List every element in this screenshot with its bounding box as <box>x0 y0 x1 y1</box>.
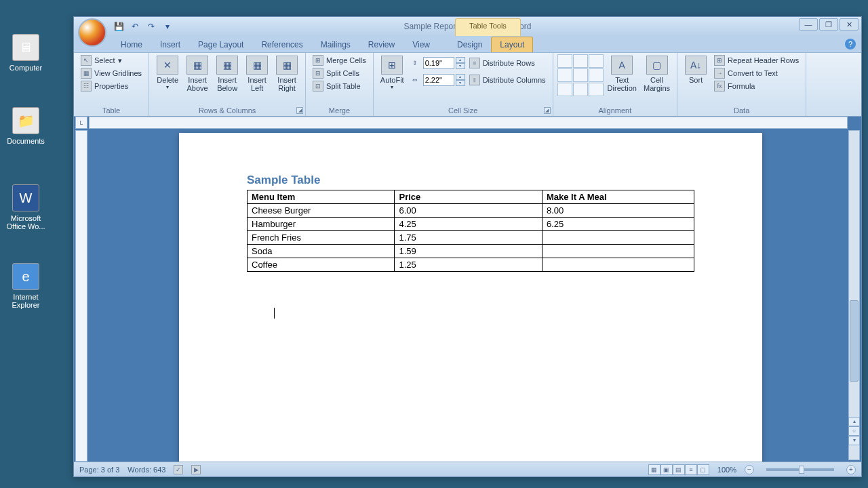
rows-cols-launcher[interactable]: ◢ <box>296 107 303 114</box>
insert-right-button[interactable]: ▦InsertRight <box>273 54 301 94</box>
view-gridlines-button[interactable]: ▦View Gridlines <box>78 67 144 79</box>
tab-review[interactable]: Review <box>359 37 403 52</box>
align-tl[interactable] <box>557 54 572 68</box>
draft-view[interactable]: ▢ <box>697 464 709 475</box>
prev-page-button[interactable]: ▴ <box>848 417 860 426</box>
delete-button[interactable]: ✕Delete▾ <box>153 54 182 92</box>
table-row[interactable]: Soda1.59 <box>248 245 694 258</box>
proofing-icon[interactable]: ✓ <box>174 465 183 474</box>
table-cell[interactable]: Hamburger <box>248 218 395 231</box>
word-count[interactable]: Words: 643 <box>127 466 165 474</box>
cell-size-launcher[interactable]: ◢ <box>544 107 551 114</box>
repeat-header-button[interactable]: ⊞Repeat Header Rows <box>711 54 802 66</box>
tab-mailings[interactable]: Mailings <box>312 37 359 52</box>
redo-button[interactable]: ↷ <box>144 20 158 33</box>
table-cell[interactable]: 8.00 <box>542 204 694 218</box>
table-cell[interactable] <box>542 245 694 258</box>
convert-text-button[interactable]: →Convert to Text <box>711 67 802 79</box>
browse-select-button[interactable]: ○ <box>848 426 860 436</box>
table-cell[interactable]: 1.25 <box>395 258 542 272</box>
horizontal-ruler[interactable] <box>89 117 848 129</box>
select-button[interactable]: ↖Select ▾ <box>78 54 144 66</box>
table-cell[interactable]: 1.75 <box>395 231 542 245</box>
table-cell[interactable]: 1.59 <box>395 245 542 258</box>
zoom-level[interactable]: 100% <box>717 466 736 474</box>
table-cell[interactable]: French Fries <box>248 231 395 245</box>
zoom-slider[interactable] <box>766 468 834 471</box>
ruler-corner[interactable]: L <box>75 117 87 129</box>
vertical-ruler[interactable] <box>75 130 87 462</box>
full-screen-view[interactable]: ▣ <box>660 464 673 475</box>
tab-view[interactable]: View <box>403 37 439 52</box>
sort-button[interactable]: A↓Sort <box>682 54 710 85</box>
formula-button[interactable]: fxFormula <box>711 80 802 92</box>
text-direction-button[interactable]: ATextDirection <box>605 54 639 94</box>
align-ml[interactable] <box>557 68 572 82</box>
align-bc[interactable] <box>573 83 588 96</box>
office-button[interactable] <box>78 18 106 47</box>
table-cell[interactable]: 4.25 <box>395 218 542 231</box>
autofit-button[interactable]: ⊞AutoFit▾ <box>378 54 407 92</box>
zoom-thumb[interactable] <box>799 466 804 474</box>
distribute-rows-button[interactable]: ≡Distribute Rows <box>467 57 549 69</box>
table-row[interactable]: Coffee1.25 <box>248 258 694 272</box>
tab-home[interactable]: Home <box>112 37 151 52</box>
macro-icon[interactable]: ▶ <box>191 465 201 474</box>
align-br[interactable] <box>589 83 604 96</box>
table-cell[interactable]: Coffee <box>248 258 395 272</box>
align-tc[interactable] <box>573 54 588 68</box>
outline-view[interactable]: ≡ <box>685 464 697 475</box>
help-icon[interactable]: ? <box>845 39 856 49</box>
tab-references[interactable]: References <box>252 37 311 52</box>
qat-menu[interactable]: ▾ <box>161 20 174 33</box>
table-cell[interactable] <box>542 231 694 245</box>
vertical-scrollbar[interactable] <box>848 130 860 460</box>
table-header[interactable]: Menu Item <box>248 190 395 204</box>
col-width-input[interactable] <box>423 74 454 86</box>
properties-button[interactable]: ☷Properties <box>78 80 144 92</box>
page-indicator[interactable]: Page: 3 of 3 <box>79 466 119 474</box>
align-mc[interactable] <box>573 68 588 82</box>
table-header[interactable]: Price <box>395 190 542 204</box>
save-button[interactable]: 💾 <box>112 20 125 33</box>
split-cells-button[interactable]: ⊟Split Cells <box>310 67 369 79</box>
next-page-button[interactable]: ▾ <box>848 436 860 445</box>
tab-layout[interactable]: Layout <box>491 37 533 52</box>
row-height-spinner[interactable]: ⇕▴▾ <box>408 57 465 69</box>
split-table-button[interactable]: ⊡Split Table <box>310 80 369 92</box>
desktop-icon-documents[interactable]: 📁Documents <box>2 107 50 145</box>
tab-page-layout[interactable]: Page Layout <box>189 37 252 52</box>
table-cell[interactable]: Soda <box>248 245 395 258</box>
table-cell[interactable] <box>542 258 694 272</box>
undo-button[interactable]: ↶ <box>128 20 142 33</box>
close-button[interactable]: ✕ <box>840 18 859 30</box>
maximize-button[interactable]: ❐ <box>819 18 838 30</box>
merge-cells-button[interactable]: ⊞Merge Cells <box>310 54 369 66</box>
cell-margins-button[interactable]: ▢CellMargins <box>641 54 673 94</box>
table-cell[interactable]: 6.25 <box>542 218 694 231</box>
table-row[interactable]: French Fries1.75 <box>248 231 694 245</box>
table-cell[interactable]: 6.00 <box>395 204 542 218</box>
insert-left-button[interactable]: ▦InsertLeft <box>243 54 271 94</box>
table-row[interactable]: Cheese Burger6.008.00 <box>248 204 694 218</box>
minimize-button[interactable]: — <box>799 18 818 30</box>
row-height-input[interactable] <box>423 57 454 69</box>
zoom-out-button[interactable]: − <box>745 465 754 474</box>
sample-table[interactable]: Menu Item Price Make It A Meal Cheese Bu… <box>247 190 694 272</box>
document-page[interactable]: Sample Table Menu Item Price Make It A M… <box>179 133 762 462</box>
zoom-in-button[interactable]: + <box>846 465 856 474</box>
align-mr[interactable] <box>589 68 604 82</box>
insert-above-button[interactable]: ▦InsertAbove <box>183 54 212 94</box>
web-layout-view[interactable]: ▤ <box>673 464 685 475</box>
desktop-icon-computer[interactable]: 🖥Computer <box>2 34 50 72</box>
table-header[interactable]: Make It A Meal <box>542 190 694 204</box>
scrollbar-thumb[interactable] <box>850 300 859 382</box>
insert-below-button[interactable]: ▦InsertBelow <box>213 54 241 94</box>
desktop-icon-ie[interactable]: eInternet Explorer <box>2 263 50 309</box>
document-heading[interactable]: Sample Table <box>247 174 694 187</box>
desktop-icon-word[interactable]: WMicrosoft Office Wo... <box>2 184 50 230</box>
align-tr[interactable] <box>589 54 604 68</box>
print-layout-view[interactable]: ▦ <box>648 464 660 475</box>
tab-design[interactable]: Design <box>448 37 491 52</box>
distribute-columns-button[interactable]: ⦀Distribute Columns <box>467 74 549 86</box>
